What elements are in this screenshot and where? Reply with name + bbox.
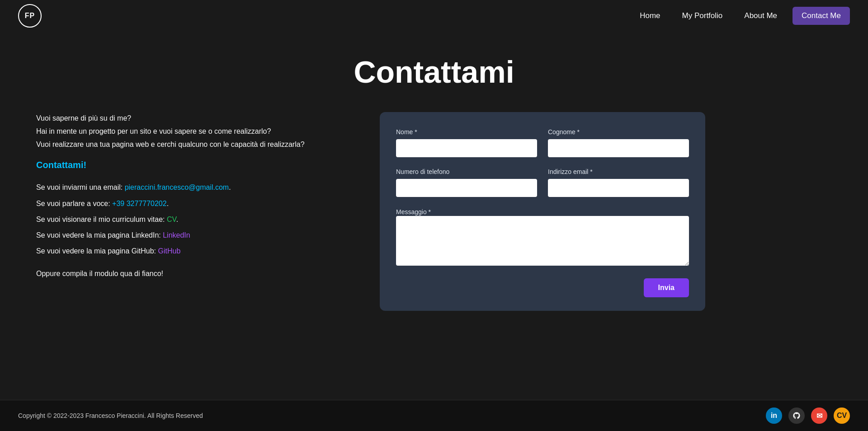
linkedin-link[interactable]: LinkedIn (163, 231, 190, 239)
cognome-group: Cognome * (548, 128, 689, 157)
telefono-label: Numero di telefono (396, 168, 537, 175)
phone-link[interactable]: +39 3277770202 (112, 200, 167, 207)
messaggio-input[interactable] (396, 216, 689, 266)
nome-input[interactable] (396, 139, 537, 157)
intro-line1: Vuoi saperne di più su di me? (36, 114, 131, 122)
email-prefix: Se vuoi inviarmi una email: (36, 183, 125, 191)
linkedin-prefix: Se vuoi vedere la mia pagina LinkedIn: (36, 231, 163, 239)
intro-line3: Vuoi realizzare una tua pagina web e cer… (36, 141, 305, 148)
footer-copyright: Copyright © 2022-2023 Francesco Pieracci… (18, 412, 203, 419)
logo[interactable]: FP (18, 4, 42, 28)
fill-form-text: Oppure compila il modulo qua di fianco! (36, 270, 353, 278)
messaggio-group: Messaggio * (396, 208, 689, 267)
email-footer-icon[interactable]: ✉ (811, 408, 827, 424)
form-footer: Invia (396, 278, 689, 297)
page-title: Contattami (36, 54, 832, 89)
github-footer-icon[interactable] (788, 408, 805, 424)
email-link[interactable]: pieraccini.francesco@gmail.com (125, 183, 229, 191)
messaggio-label: Messaggio * (396, 208, 431, 216)
email-line: Se vuoi inviarmi una email: pieraccini.f… (36, 179, 353, 195)
telefono-group: Numero di telefono (396, 168, 537, 197)
contact-form: Nome * Cognome * Numero di telefono Indi (396, 128, 689, 297)
nav-about[interactable]: About Me (738, 8, 783, 24)
cv-link[interactable]: CV (167, 216, 176, 223)
logo-text: FP (25, 12, 35, 20)
email-label: Indirizzo email * (548, 168, 689, 175)
footer-icons: in ✉ CV (766, 408, 850, 424)
github-line: Se vuoi vedere la mia pagina GitHub: Git… (36, 243, 353, 259)
cognome-input[interactable] (548, 139, 689, 157)
linkedin-footer-icon[interactable]: in (766, 408, 782, 424)
contact-form-card: Nome * Cognome * Numero di telefono Indi (380, 112, 705, 311)
nav-home[interactable]: Home (633, 8, 666, 24)
contact-heading: Contattami! (36, 160, 353, 170)
cv-footer-icon[interactable]: CV (834, 408, 850, 424)
telefono-input[interactable] (396, 179, 537, 197)
nome-label: Nome * (396, 128, 537, 136)
cognome-label: Cognome * (548, 128, 689, 136)
email-input[interactable] (548, 179, 689, 197)
nav-contact[interactable]: Contact Me (793, 7, 850, 25)
email-group: Indirizzo email * (548, 168, 689, 197)
footer: Copyright © 2022-2023 Francesco Pieracci… (0, 400, 868, 431)
nav-links: Home My Portfolio About Me Contact Me (633, 7, 850, 25)
intro-text: Vuoi saperne di più su di me? Hai in men… (36, 112, 353, 151)
linkedin-line: Se vuoi vedere la mia pagina LinkedIn: L… (36, 227, 353, 243)
navbar: FP Home My Portfolio About Me Contact Me (0, 0, 868, 32)
cv-line: Se vuoi visionare il mio curriculum vita… (36, 211, 353, 227)
intro-line2: Hai in mente un progetto per un sito e v… (36, 127, 271, 135)
left-section: Vuoi saperne di più su di me? Hai in men… (36, 112, 353, 278)
name-row: Nome * Cognome * (396, 128, 689, 157)
cv-prefix: Se vuoi visionare il mio curriculum vita… (36, 216, 167, 223)
phone-line: Se vuoi parlare a voce: +39 3277770202. (36, 196, 353, 211)
nav-portfolio[interactable]: My Portfolio (676, 8, 729, 24)
phone-prefix: Se vuoi parlare a voce: (36, 200, 112, 207)
github-link[interactable]: GitHub (158, 247, 180, 255)
contact-row: Numero di telefono Indirizzo email * (396, 168, 689, 197)
github-prefix: Se vuoi vedere la mia pagina GitHub: (36, 247, 158, 255)
submit-button[interactable]: Invia (644, 278, 689, 297)
main-content: Contattami Vuoi saperne di più su di me?… (0, 32, 868, 400)
nome-group: Nome * (396, 128, 537, 157)
contact-info: Se vuoi inviarmi una email: pieraccini.f… (36, 179, 353, 259)
content-area: Vuoi saperne di più su di me? Hai in men… (36, 112, 832, 311)
